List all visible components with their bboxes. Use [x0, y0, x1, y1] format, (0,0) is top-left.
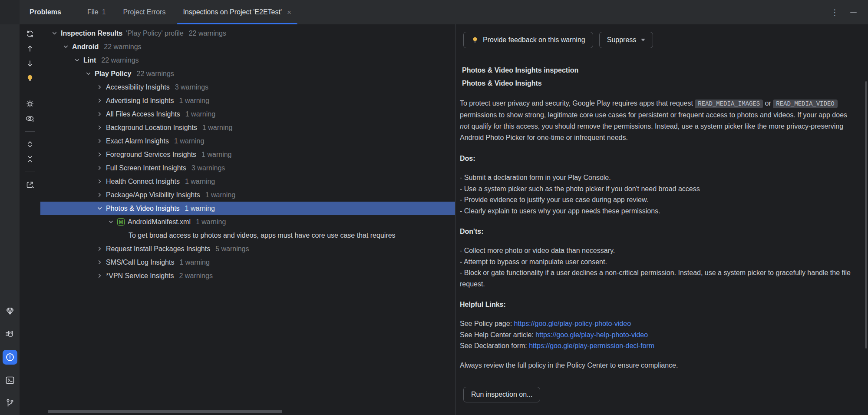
provide-feedback-button[interactable]: Provide feedback on this warning — [463, 32, 593, 48]
close-tab-icon[interactable]: × — [287, 9, 291, 16]
tree-row[interactable]: Advertising Id Insights1 warning — [40, 94, 455, 107]
quick-fix-bulb-icon[interactable] — [24, 72, 36, 84]
tree-row-label: SMS/Call Log Insights — [106, 259, 174, 266]
gem-icon[interactable] — [3, 304, 17, 319]
chevron-right-icon[interactable] — [96, 178, 106, 185]
chevron-right-icon[interactable] — [96, 246, 106, 252]
chevron-right-icon[interactable] — [96, 272, 106, 279]
chevron-right-icon[interactable] — [96, 84, 106, 90]
warning-count: 22 warnings — [137, 70, 174, 78]
chevron-right-icon[interactable] — [96, 151, 106, 158]
tree-row-label: Health Connect Insights — [106, 178, 180, 186]
link-prefix: See Policy page: — [460, 320, 514, 327]
arrow-up-icon[interactable] — [24, 43, 36, 55]
chevron-right-icon[interactable] — [96, 259, 106, 266]
tree-row-label: Exact Alarm Insights — [106, 137, 169, 145]
tree-row[interactable]: Request Install Packages Insights5 warni… — [40, 242, 455, 256]
warning-count: 1 warning — [202, 124, 232, 132]
tree-row[interactable]: MAndroidManifest.xml1 warning — [40, 215, 455, 229]
tree-row[interactable]: All Files Access Insights1 warning — [40, 107, 455, 121]
list-item: - Use a system picker such as the photo … — [460, 183, 857, 195]
tree-row[interactable]: Exact Alarm Insights1 warning — [40, 134, 455, 148]
tree-row[interactable]: Foreground Services Insights1 warning — [40, 148, 455, 161]
tree-message-row[interactable]: To get broad access to photos and videos… — [40, 229, 455, 242]
chevron-down-icon[interactable] — [51, 30, 61, 37]
tree-row-label: Accessibility Insights — [106, 83, 170, 91]
suppress-button[interactable]: Suppress — [599, 32, 653, 48]
warning-count: 1 warning — [196, 218, 226, 226]
warning-count: 1 warning — [179, 97, 209, 105]
tool-window-title: Problems — [30, 8, 61, 16]
tree-row[interactable]: Play Policy22 warnings — [40, 67, 455, 80]
tab-project-errors[interactable]: Project Errors — [115, 0, 175, 24]
warning-count: 1 warning — [179, 259, 209, 266]
tree-row-label: All Files Access Insights — [106, 110, 180, 118]
tree-row[interactable]: Lint22 warnings — [40, 53, 455, 67]
tree-row[interactable]: Accessibility Insights3 warnings — [40, 80, 455, 94]
toolbar-separator — [25, 91, 35, 91]
warning-count: 1 warning — [174, 137, 204, 145]
chevron-down-icon[interactable] — [74, 57, 83, 63]
tree-row[interactable]: Inspection Results'Play Policy' profile2… — [40, 27, 455, 40]
view-options-eye-icon[interactable] — [24, 113, 36, 125]
refresh-icon[interactable] — [24, 28, 36, 40]
inspection-description: To protect user privacy and security, Go… — [460, 98, 857, 143]
chevron-down-icon[interactable] — [108, 219, 117, 225]
chevron-down-icon[interactable] — [63, 43, 72, 50]
version-control-icon[interactable] — [3, 396, 17, 411]
policy-link[interactable]: https://goo.gle/play-policy-photo-video — [514, 320, 631, 327]
horizontal-scrollbar-thumb[interactable] — [48, 410, 282, 413]
policy-footer-note: Always review the full policy in the Pol… — [460, 360, 857, 371]
tree-row[interactable]: Background Location Insights1 warning — [40, 121, 455, 134]
hide-tool-window-icon[interactable] — [850, 12, 857, 13]
warning-count: 5 warnings — [215, 245, 249, 253]
problems-tool-window: Problems File 1 Project Errors Inspectio… — [0, 0, 868, 415]
tree-row[interactable]: Full Screen Intent Insights3 warnings — [40, 161, 455, 175]
chevron-down-icon[interactable] — [85, 70, 95, 77]
policy-link[interactable]: https://goo.gle/play-permission-decl-for… — [529, 342, 654, 349]
description-text: permissions to show strong, legitimate c… — [460, 111, 847, 119]
inspection-subtitle: Photos & Video Insights — [462, 77, 857, 90]
chevron-down-icon[interactable] — [96, 205, 106, 212]
tree-row[interactable]: Health Connect Insights1 warning — [40, 175, 455, 188]
tree-row-label: *VPN Service Insights — [106, 272, 174, 280]
tree-row-label: To get broad access to photos and videos… — [129, 232, 396, 239]
tree-row[interactable]: SMS/Call Log Insights1 warning — [40, 256, 455, 269]
chevron-right-icon[interactable] — [96, 138, 106, 144]
logcat-icon[interactable] — [3, 327, 17, 342]
list-item: - Submit a declaration form in your Play… — [460, 172, 857, 183]
tree-row[interactable]: Android22 warnings — [40, 40, 455, 53]
vertical-scrollbar-thumb[interactable] — [865, 81, 867, 349]
tab-inspections[interactable]: Inspections on Project 'E2ETest' × — [174, 0, 300, 24]
chevron-right-icon[interactable] — [96, 97, 106, 104]
problems-icon[interactable] — [3, 350, 17, 365]
chevron-right-icon[interactable] — [96, 124, 106, 131]
tree-row-label: Advertising Id Insights — [106, 97, 174, 105]
tree-row-label: Android — [72, 43, 99, 51]
description-text: To protect user privacy and security, Go… — [460, 100, 695, 107]
link-line: See Policy page: https://goo.gle/play-po… — [460, 318, 857, 329]
tree-row[interactable]: Package/App Visibility Insights1 warning — [40, 188, 455, 202]
tree-row[interactable]: Photos & Video Insights1 warning — [40, 202, 455, 215]
tree-row[interactable]: *VPN Service Insights2 warnings — [40, 269, 455, 282]
tree-row-label: Lint — [83, 56, 96, 64]
policy-link[interactable]: https://goo.gle/play-help-photo-video — [535, 331, 648, 339]
arrow-down-icon[interactable] — [24, 57, 36, 70]
chevron-right-icon[interactable] — [96, 165, 106, 171]
chevron-right-icon[interactable] — [96, 111, 106, 117]
description-text: qualify for this access, you should remo… — [460, 123, 843, 141]
settings-gear-icon[interactable] — [24, 98, 36, 110]
terminal-icon[interactable] — [3, 373, 17, 388]
chevron-right-icon[interactable] — [96, 192, 106, 198]
run-inspection-button[interactable]: Run inspection on... — [463, 387, 540, 402]
dos-title: Dos: — [460, 153, 857, 164]
open-in-editor-icon[interactable] — [24, 179, 36, 191]
tab-file[interactable]: File 1 — [79, 0, 115, 24]
toolbar-separator — [25, 172, 35, 172]
link-line: See Declaration form: https://goo.gle/pl… — [460, 340, 857, 352]
list-item: - Clearly explain to users why your app … — [460, 206, 857, 217]
collapse-all-icon[interactable] — [24, 153, 36, 165]
expand-all-icon[interactable] — [24, 138, 36, 150]
more-options-icon[interactable]: ⋮ — [831, 7, 839, 17]
link-prefix: See Help Center article: — [460, 331, 535, 339]
